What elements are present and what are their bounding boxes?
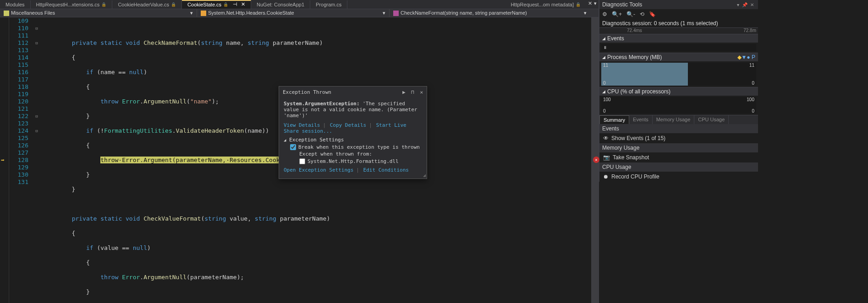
axis-max: 100 xyxy=(747,97,754,102)
diagnostic-tools-panel: Diagnostic Tools▾📌✕ ⚙ 🔍+ 🔍- ⟲ 🔖 Diagnost… xyxy=(599,0,758,303)
open-exception-settings-link[interactable]: Open Exception Settings xyxy=(284,167,353,173)
pin-icon[interactable]: ⊣ xyxy=(233,1,237,7)
method-icon xyxy=(393,11,399,16)
exception-title: Exception Thrown xyxy=(283,89,400,95)
diag-toolbar: ⚙ 🔍+ 🔍- ⟲ 🔖 xyxy=(599,9,758,19)
tab-events[interactable]: Events xyxy=(629,115,653,124)
error-glyph-icon[interactable]: ✕ xyxy=(593,157,599,163)
events-icon: 👁 xyxy=(603,135,609,141)
window-split-icon[interactable]: ▾ xyxy=(594,0,597,9)
axis-min: 0 xyxy=(752,108,754,114)
tab-label: CookieState.cs xyxy=(187,2,221,7)
tab-label: HttpRequest...om metadata] xyxy=(511,2,574,7)
except-dll-checkbox[interactable]: System.Net.Http.Formatting.dll xyxy=(299,158,422,164)
link-label: Record CPU Profile xyxy=(611,173,659,180)
dropdown-icon[interactable]: ▾ xyxy=(737,2,739,7)
class-icon xyxy=(201,11,206,16)
record-cpu-link[interactable]: ⏺Record CPU Profile xyxy=(599,172,758,182)
editor-tabs: Modules HttpRequestH...xtensions.cs🔒 Coo… xyxy=(0,0,599,9)
camera-icon: 📷 xyxy=(603,154,610,161)
axis-max: 11 xyxy=(603,63,608,68)
copy-details-link[interactable]: Copy Details xyxy=(330,122,366,128)
cpu-chart[interactable]: 100 100 0 0 xyxy=(601,97,756,114)
tab-label: HttpRequestH...xtensions.cs xyxy=(36,2,100,7)
tab-cookiestate[interactable]: CookieState.cs🔒⊣✕ xyxy=(182,0,251,9)
edit-conditions-link[interactable]: Edit Conditions xyxy=(363,167,409,173)
section-label: Events xyxy=(607,35,624,42)
zoom-out-icon[interactable]: 🔍- xyxy=(626,11,635,17)
break-on-exception-checkbox[interactable]: Break when this exception type is thrown xyxy=(290,144,422,150)
code-editor[interactable]: 1091101111121131141151161171181191201211… xyxy=(0,17,599,303)
exception-settings-header: Exception Settings xyxy=(289,137,344,143)
pause-marker-icon: ⏸ xyxy=(603,45,607,50)
tab-memory[interactable]: Memory Usage xyxy=(653,115,695,124)
panel-title: Diagnostic Tools xyxy=(602,1,736,8)
zoom-in-icon[interactable]: 🔍+ xyxy=(612,11,622,17)
tab-nuget[interactable]: NuGet: ConsoleApp1 xyxy=(251,0,310,9)
close-icon[interactable]: ✕ xyxy=(420,89,423,95)
project-icon xyxy=(4,11,9,16)
axis-min: 0 xyxy=(603,81,606,86)
fold-gutter[interactable]: ⊟⊟⊟⊟ xyxy=(32,17,41,303)
breadcrumb-class[interactable]: System.Net.Http.Headers.CookieState▾ xyxy=(197,9,390,17)
cpu-section-header[interactable]: ◢CPU (% of all processors) xyxy=(599,87,758,96)
section-label: CPU (% of all processors) xyxy=(607,88,670,95)
lock-icon: 🔒 xyxy=(171,2,176,7)
continue-icon[interactable]: ▶ xyxy=(402,89,406,95)
memory-chart[interactable]: 11 11 0 0 xyxy=(601,63,756,86)
close-icon[interactable]: ✕ xyxy=(750,2,754,7)
breadcrumb: Miscellaneous Files▾ System.Net.Http.Hea… xyxy=(0,9,599,17)
tab-program[interactable]: Program.cs xyxy=(310,0,347,9)
exception-popup: Exception Thrown ▶ ⊓ ✕ System.ArgumentEx… xyxy=(279,86,427,179)
ruler-tick: 72.4ms xyxy=(627,28,642,33)
exception-type: System.ArgumentException: xyxy=(284,101,360,107)
record-icon: ⏺ xyxy=(603,173,609,180)
diag-tabs: Summary Events Memory Usage CPU Usage xyxy=(599,115,758,124)
summary-events-header: Events xyxy=(599,124,758,133)
tab-label: Modules xyxy=(5,2,25,7)
except-from-label: Except when thrown from: xyxy=(299,151,422,157)
summary-cpu-header: CPU Usage xyxy=(599,162,758,172)
events-section-header[interactable]: ◢Events xyxy=(599,34,758,43)
breadcrumb-label: Miscellaneous Files xyxy=(11,10,55,16)
tab-modules[interactable]: Modules xyxy=(0,0,31,9)
ruler-tick: 72.8m xyxy=(743,28,756,33)
axis-min: 0 xyxy=(752,81,754,86)
lock-icon: 🔒 xyxy=(223,2,228,7)
breadcrumb-label: System.Net.Http.Headers.CookieState xyxy=(208,10,294,16)
tab-label: NuGet: ConsoleApp1 xyxy=(257,2,304,7)
axis-max: 11 xyxy=(749,63,754,68)
resize-grip-icon[interactable]: ◢ xyxy=(423,173,426,178)
checkbox-label: Break when this exception type is thrown xyxy=(298,144,420,150)
pin-icon[interactable]: 📌 xyxy=(742,2,747,7)
tab-summary[interactable]: Summary xyxy=(599,115,629,124)
tab-httprequest-ext[interactable]: HttpRequestH...xtensions.cs🔒 xyxy=(31,0,113,9)
axis-max: 100 xyxy=(603,97,611,102)
reset-zoom-icon[interactable]: ⟲ xyxy=(640,11,644,17)
breadcrumb-label: CheckNameFormat(string name, string para… xyxy=(401,10,527,16)
lock-icon: 🔒 xyxy=(576,2,581,7)
summary-memory-header: Memory Usage xyxy=(599,143,758,152)
link-label: Show Events (1 of 15) xyxy=(611,135,665,141)
diag-session-text: Diagnostics session: 0 seconds (1 ms sel… xyxy=(599,19,758,27)
close-icon[interactable]: ✕ xyxy=(588,0,592,9)
line-numbers: 1091101111121131141151161171181191201211… xyxy=(9,17,32,303)
show-events-link[interactable]: 👁Show Events (1 of 15) xyxy=(599,133,758,143)
take-snapshot-link[interactable]: 📷Take Snapshot xyxy=(599,152,758,162)
tab-cookieheadervalue[interactable]: CookieHeaderValue.cs🔒 xyxy=(112,0,182,9)
time-ruler[interactable]: 72.4ms72.8m xyxy=(599,27,758,34)
close-icon[interactable]: ✕ xyxy=(241,1,245,7)
view-details-link[interactable]: View Details xyxy=(284,122,320,128)
events-timeline[interactable]: ⏸ xyxy=(601,44,756,51)
tab-httprequest-metadata[interactable]: HttpRequest...om metadata]🔒 xyxy=(505,0,586,9)
bookmark-icon[interactable]: 🔖 xyxy=(649,11,656,17)
memory-section-header[interactable]: ◢Process Memory (MB) ◆ ▼ ● P xyxy=(599,53,758,61)
pin-icon[interactable]: ⊓ xyxy=(411,89,414,95)
breadcrumb-project[interactable]: Miscellaneous Files▾ xyxy=(0,9,197,17)
gc-marker-icon: ◆ xyxy=(737,54,742,60)
tab-cpu[interactable]: CPU Usage xyxy=(694,115,729,124)
section-label: Process Memory (MB) xyxy=(607,54,662,60)
gear-icon[interactable]: ⚙ xyxy=(602,11,607,17)
breadcrumb-method[interactable]: CheckNameFormat(string name, string para… xyxy=(390,9,590,17)
checkbox-label: System.Net.Http.Formatting.dll xyxy=(308,158,399,164)
